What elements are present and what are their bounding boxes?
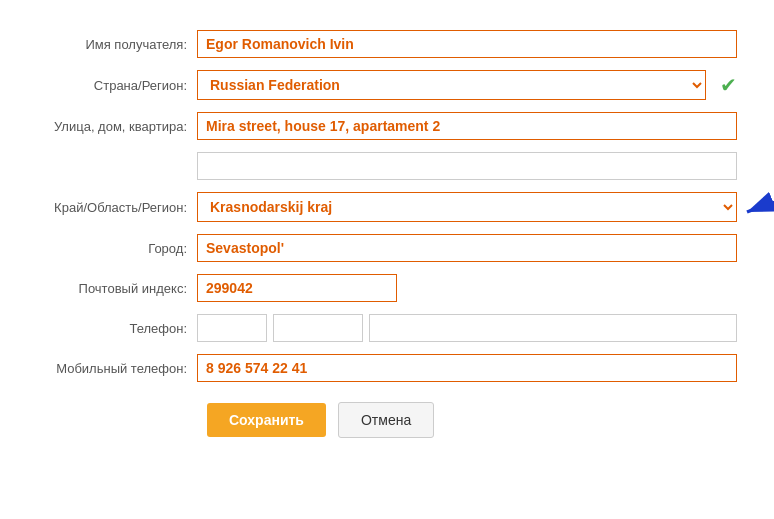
phone-input-3[interactable] xyxy=(369,314,737,342)
phone-row: Телефон: xyxy=(37,314,737,342)
extra-street-input[interactable] xyxy=(197,152,737,180)
postal-label: Почтовый индекс: xyxy=(37,281,197,296)
recipient-label: Имя получателя: xyxy=(37,37,197,52)
region-field: Krasnodarskij kraj xyxy=(197,192,737,222)
blue-arrow-icon xyxy=(737,182,774,232)
mobile-label: Мобильный телефон: xyxy=(37,361,197,376)
street-field xyxy=(197,112,737,140)
street-input[interactable] xyxy=(197,112,737,140)
city-input[interactable] xyxy=(197,234,737,262)
region-select[interactable]: Krasnodarskij kraj xyxy=(197,192,737,222)
button-row: Сохранить Отмена xyxy=(37,402,737,438)
checkmark-icon: ✔ xyxy=(720,73,737,97)
recipient-input[interactable] xyxy=(197,30,737,58)
city-field xyxy=(197,234,737,262)
extra-street-field xyxy=(197,152,737,180)
postal-input[interactable] xyxy=(197,274,397,302)
phone-field xyxy=(197,314,737,342)
arrow-annotation xyxy=(737,182,774,232)
mobile-input[interactable] xyxy=(197,354,737,382)
cancel-button[interactable]: Отмена xyxy=(338,402,434,438)
mobile-field xyxy=(197,354,737,382)
phone-label: Телефон: xyxy=(37,321,197,336)
save-button[interactable]: Сохранить xyxy=(207,403,326,437)
region-label: Край/Область/Регион: xyxy=(37,200,197,215)
country-field: Russian Federation ✔ xyxy=(197,70,737,100)
recipient-field xyxy=(197,30,737,58)
recipient-row: Имя получателя: xyxy=(37,30,737,58)
postal-row: Почтовый индекс: xyxy=(37,274,737,302)
region-row: Край/Область/Регион: Krasnodarskij kraj xyxy=(37,192,737,222)
country-select[interactable]: Russian Federation xyxy=(197,70,706,100)
form-container: Имя получателя: Страна/Регион: Russian F… xyxy=(37,30,737,438)
country-row: Страна/Регион: Russian Federation ✔ xyxy=(37,70,737,100)
mobile-row: Мобильный телефон: xyxy=(37,354,737,382)
phone-input-2[interactable] xyxy=(273,314,363,342)
postal-field xyxy=(197,274,737,302)
street-row: Улица, дом, квартира: xyxy=(37,112,737,140)
country-label: Страна/Регион: xyxy=(37,78,197,93)
extra-street-row xyxy=(37,152,737,180)
phone-input-1[interactable] xyxy=(197,314,267,342)
city-label: Город: xyxy=(37,241,197,256)
street-label: Улица, дом, квартира: xyxy=(37,119,197,134)
city-row: Город: xyxy=(37,234,737,262)
